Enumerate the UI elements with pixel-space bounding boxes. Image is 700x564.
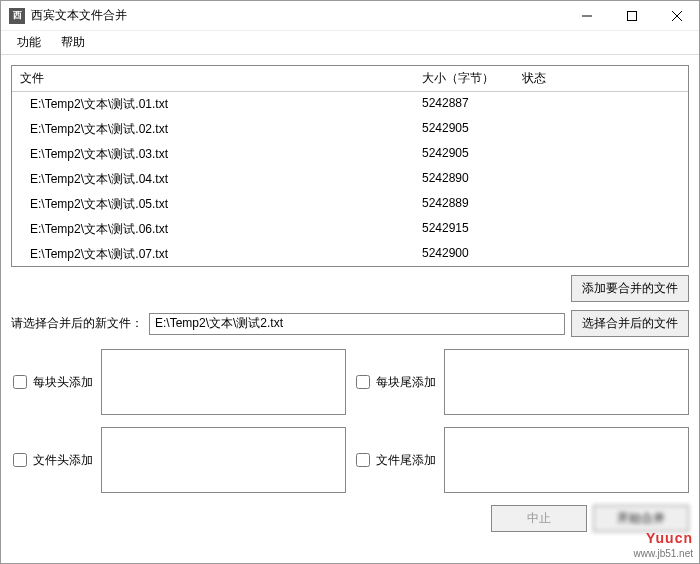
close-button[interactable] xyxy=(654,1,699,30)
file-tail-checkbox-wrap[interactable]: 文件尾添加 xyxy=(354,452,436,469)
cell-status xyxy=(514,244,688,265)
maximize-button[interactable] xyxy=(609,1,654,30)
add-files-button[interactable]: 添加要合并的文件 xyxy=(571,275,689,302)
cell-file: E:\Temp2\文本\测试.06.txt xyxy=(12,219,414,240)
abort-button[interactable]: 中止 xyxy=(491,505,587,532)
start-merge-button[interactable]: 开始合并 xyxy=(593,505,689,532)
table-row[interactable]: E:\Temp2\文本\测试.04.txt5242890 xyxy=(12,167,688,192)
cell-status xyxy=(514,219,688,240)
app-icon: 西 xyxy=(9,8,25,24)
output-file-input[interactable] xyxy=(149,313,565,335)
cell-status xyxy=(514,94,688,115)
cell-status xyxy=(514,119,688,140)
minimize-button[interactable] xyxy=(564,1,609,30)
menu-item-help[interactable]: 帮助 xyxy=(53,31,93,54)
table-row[interactable]: E:\Temp2\文本\测试.02.txt5242905 xyxy=(12,117,688,142)
cell-status xyxy=(514,169,688,190)
cell-file: E:\Temp2\文本\测试.04.txt xyxy=(12,169,414,190)
file-tail-textbox[interactable] xyxy=(444,427,689,493)
table-row[interactable]: E:\Temp2\文本\测试.06.txt5242915 xyxy=(12,217,688,242)
add-files-row: 添加要合并的文件 xyxy=(11,275,689,302)
options-grid: 每块头添加 每块尾添加 文件头添加 文件尾添加 xyxy=(11,349,689,493)
file-table-body[interactable]: E:\Temp2\文本\测试.01.txt5242887E:\Temp2\文本\… xyxy=(12,92,688,266)
table-row[interactable]: E:\Temp2\文本\测试.01.txt5242887 xyxy=(12,92,688,117)
cell-file: E:\Temp2\文本\测试.03.txt xyxy=(12,144,414,165)
cell-file: E:\Temp2\文本\测试.07.txt xyxy=(12,244,414,265)
file-tail-label: 文件尾添加 xyxy=(376,452,436,469)
cell-size: 5242889 xyxy=(414,194,514,215)
file-head-label: 文件头添加 xyxy=(33,452,93,469)
window-controls xyxy=(564,1,699,30)
table-row[interactable]: E:\Temp2\文本\测试.03.txt5242905 xyxy=(12,142,688,167)
output-file-row: 请选择合并后的新文件： 选择合并后的文件 xyxy=(11,310,689,337)
content-area: 文件 大小（字节） 状态 E:\Temp2\文本\测试.01.txt524288… xyxy=(1,55,699,563)
titlebar: 西 西宾文本文件合并 xyxy=(1,1,699,31)
block-head-checkbox-wrap[interactable]: 每块头添加 xyxy=(11,374,93,391)
block-head-checkbox[interactable] xyxy=(13,375,27,389)
cell-file: E:\Temp2\文本\测试.01.txt xyxy=(12,94,414,115)
table-row[interactable]: E:\Temp2\文本\测试.05.txt5242889 xyxy=(12,192,688,217)
file-table: 文件 大小（字节） 状态 E:\Temp2\文本\测试.01.txt524288… xyxy=(11,65,689,267)
bottom-button-row: 中止 开始合并 xyxy=(11,505,689,532)
app-window: 西 西宾文本文件合并 功能 帮助 文件 大小（字节） 状态 E:\Temp2 xyxy=(0,0,700,564)
cell-size: 5242915 xyxy=(414,219,514,240)
cell-size: 5242900 xyxy=(414,244,514,265)
cell-status xyxy=(514,144,688,165)
table-row[interactable]: E:\Temp2\文本\测试.07.txt5242900 xyxy=(12,242,688,266)
cell-size: 5242887 xyxy=(414,94,514,115)
file-table-header: 文件 大小（字节） 状态 xyxy=(12,66,688,92)
cell-file: E:\Temp2\文本\测试.02.txt xyxy=(12,119,414,140)
output-file-label: 请选择合并后的新文件： xyxy=(11,315,143,332)
svg-rect-1 xyxy=(627,11,636,20)
block-tail-checkbox[interactable] xyxy=(356,375,370,389)
cell-size: 5242905 xyxy=(414,119,514,140)
block-tail-textbox[interactable] xyxy=(444,349,689,415)
block-tail-label: 每块尾添加 xyxy=(376,374,436,391)
choose-output-button[interactable]: 选择合并后的文件 xyxy=(571,310,689,337)
file-tail-checkbox[interactable] xyxy=(356,453,370,467)
block-tail-checkbox-wrap[interactable]: 每块尾添加 xyxy=(354,374,436,391)
menu-item-functions[interactable]: 功能 xyxy=(9,31,49,54)
col-header-file[interactable]: 文件 xyxy=(12,66,414,91)
window-title: 西宾文本文件合并 xyxy=(31,7,127,24)
cell-file: E:\Temp2\文本\测试.05.txt xyxy=(12,194,414,215)
block-head-textbox[interactable] xyxy=(101,349,346,415)
col-header-status[interactable]: 状态 xyxy=(514,66,688,91)
col-header-size[interactable]: 大小（字节） xyxy=(414,66,514,91)
menubar: 功能 帮助 xyxy=(1,31,699,55)
file-head-checkbox-wrap[interactable]: 文件头添加 xyxy=(11,452,93,469)
cell-size: 5242890 xyxy=(414,169,514,190)
cell-status xyxy=(514,194,688,215)
block-head-label: 每块头添加 xyxy=(33,374,93,391)
cell-size: 5242905 xyxy=(414,144,514,165)
titlebar-left: 西 西宾文本文件合并 xyxy=(9,7,127,24)
file-head-checkbox[interactable] xyxy=(13,453,27,467)
file-head-textbox[interactable] xyxy=(101,427,346,493)
